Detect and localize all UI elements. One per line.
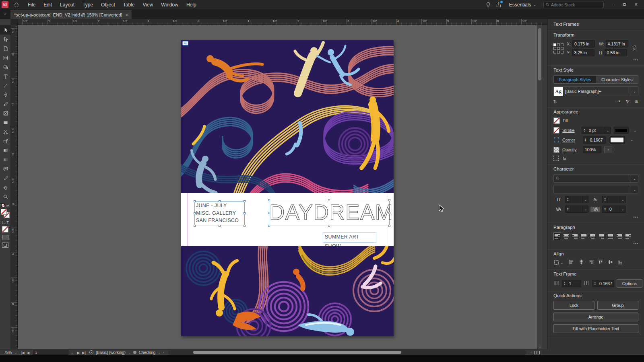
opacity-label[interactable]: Opacity [562, 147, 580, 152]
zoom-level[interactable]: 75% [4, 350, 12, 355]
paragraph-styles-tab[interactable]: Paragraph Styles [554, 76, 596, 83]
style-options-icon[interactable]: ¶⁄ [626, 99, 629, 104]
transform-more-options[interactable]: ••• [553, 58, 638, 62]
vertical-scrollbar[interactable]: ⌄ [537, 25, 542, 349]
swap-fill-stroke-icon[interactable]: ⇄ [6, 204, 9, 208]
align-right-edges-button[interactable] [588, 259, 594, 266]
search-input[interactable] [551, 2, 602, 7]
justify-left-button[interactable] [580, 232, 588, 240]
height-field[interactable] [605, 49, 627, 56]
align-bottom-edges-button[interactable] [617, 259, 623, 266]
workspace-switcher[interactable]: Essentials ⌄ [506, 2, 539, 8]
align-left-edges-button[interactable] [569, 259, 575, 266]
apply-none-button[interactable] [2, 226, 8, 232]
width-field[interactable] [606, 40, 628, 47]
vertical-ruler[interactable]: 120121122123124125126 [11, 25, 18, 349]
paragraph-more-options[interactable]: ••• [553, 242, 638, 246]
character-more-options[interactable]: ••• [553, 215, 638, 219]
stroke-style-dropdown[interactable] [614, 127, 629, 134]
scroll-down-icon[interactable]: ⌄ [537, 345, 542, 348]
lock-button[interactable]: Lock [553, 301, 594, 310]
chevron-down-icon[interactable]: ⌄ [631, 87, 638, 96]
gap-tool[interactable] [0, 53, 11, 62]
preflight-icon[interactable] [89, 350, 93, 354]
font-family-dropdown[interactable]: ⌄ [553, 174, 638, 183]
stroke-weight-stepper[interactable]: ▲▼ ⌄ [582, 127, 611, 134]
align-horizontal-centers-button[interactable] [578, 259, 584, 266]
stroke-label[interactable]: Stroke [562, 128, 579, 133]
menu-table[interactable]: Table [119, 2, 139, 8]
spread-view-icon[interactable] [534, 351, 540, 354]
align-to-dropdown[interactable]: ⌄ [553, 259, 564, 265]
document-tab[interactable]: *set-up-a-postcard_END_V2.indd @ 150% [C… [10, 10, 132, 19]
scissors-tool[interactable] [0, 127, 11, 136]
font-size-stepper[interactable]: ▲▼ ⌄ [565, 196, 588, 203]
x-field[interactable] [572, 40, 595, 47]
first-page-button[interactable]: |◀ [20, 351, 26, 355]
share-icon[interactable] [495, 2, 502, 8]
corner-radius-field[interactable] [588, 138, 606, 142]
content-collector-tool[interactable] [0, 62, 11, 72]
learn-bulb-icon[interactable] [485, 2, 491, 8]
fill-none-swatch[interactable] [553, 117, 560, 124]
postcard-artwork-top[interactable] [181, 40, 394, 193]
kerning-stepper[interactable]: ▲▼ ⌄ [565, 206, 588, 213]
free-transform-tool[interactable] [0, 136, 11, 146]
leading-stepper[interactable]: ▲▼ ⌄ [602, 196, 625, 203]
home-icon[interactable] [13, 2, 20, 8]
align-top-edges-button[interactable] [598, 259, 604, 266]
corner-radius-stepper[interactable]: ▲▼ [583, 136, 606, 144]
chevron-down-icon[interactable]: ⌄ [128, 351, 131, 354]
justify-center-button[interactable] [589, 232, 597, 240]
opacity-stepper[interactable] [583, 146, 601, 153]
chevron-down-icon[interactable]: ⌄ [582, 196, 588, 203]
opacity-flyout-icon[interactable]: › [604, 146, 612, 153]
last-page-button[interactable]: ▶| [81, 351, 87, 355]
chevron-down-icon[interactable]: ⌄ [631, 175, 638, 182]
gradient-feather-tool[interactable] [0, 155, 11, 164]
menu-window[interactable]: Window [157, 2, 182, 8]
restore-button[interactable]: ⧉ [619, 2, 630, 7]
character-styles-tab[interactable]: Character Styles [596, 76, 638, 83]
reference-point-selector[interactable] [553, 43, 564, 53]
chevron-down-icon[interactable]: ⌄ [14, 351, 17, 354]
frame-tool[interactable] [0, 109, 11, 118]
menu-layout[interactable]: Layout [56, 2, 78, 8]
type-tool[interactable] [0, 72, 11, 81]
group-button[interactable]: Group [597, 301, 638, 310]
scroll-right-icon[interactable]: › [530, 351, 532, 354]
chevron-down-icon[interactable]: ⌄ [632, 127, 638, 134]
default-fill-stroke-icon[interactable] [1, 204, 5, 207]
minimize-button[interactable]: – [608, 2, 619, 7]
stock-search-box[interactable] [543, 2, 604, 8]
postcard-page[interactable]: JUNE - JULY MISC. GALLERY SAN FRANCISCO … [181, 40, 394, 336]
menu-object[interactable]: Object [97, 2, 119, 8]
gutter-stepper[interactable]: ▲▼ [592, 280, 614, 287]
page-number-field[interactable]: 1 [33, 350, 68, 355]
gradient-tool[interactable] [0, 146, 11, 155]
y-field[interactable] [572, 49, 594, 56]
chevron-down-icon[interactable]: ⌄ [158, 351, 161, 354]
new-style-icon[interactable]: ⊞ [635, 99, 638, 104]
chevron-down-icon[interactable]: ⌄ [631, 185, 638, 193]
justify-all-button[interactable] [607, 232, 614, 240]
subtitle-text-frame[interactable]: SUMMER ART SHOW [323, 232, 376, 243]
align-vertical-centers-button[interactable] [607, 259, 613, 266]
menu-view[interactable]: View [138, 2, 157, 8]
constrain-proportions-icon[interactable] [632, 45, 637, 52]
menu-help[interactable]: Help [182, 2, 200, 8]
text-icon[interactable]: T [6, 220, 9, 224]
ruler-origin-box[interactable] [11, 19, 18, 25]
kerning-field[interactable] [570, 207, 582, 212]
object-style-icon[interactable] [553, 156, 559, 161]
fill-placeholder-button[interactable]: Fill with Placeholder Text [553, 324, 638, 333]
close-tab-icon[interactable]: × [126, 12, 128, 17]
fill-swatch[interactable] [1, 209, 7, 215]
align-left-button[interactable] [553, 232, 561, 240]
chevron-down-icon[interactable]: ⌄ [620, 206, 625, 212]
next-page-button[interactable]: ▶ [76, 351, 81, 355]
prev-page-button[interactable]: ◀ [25, 351, 31, 355]
close-button[interactable]: ✕ [630, 2, 642, 7]
stroke-weight-field[interactable] [587, 128, 605, 133]
selection-tool[interactable] [0, 25, 11, 35]
